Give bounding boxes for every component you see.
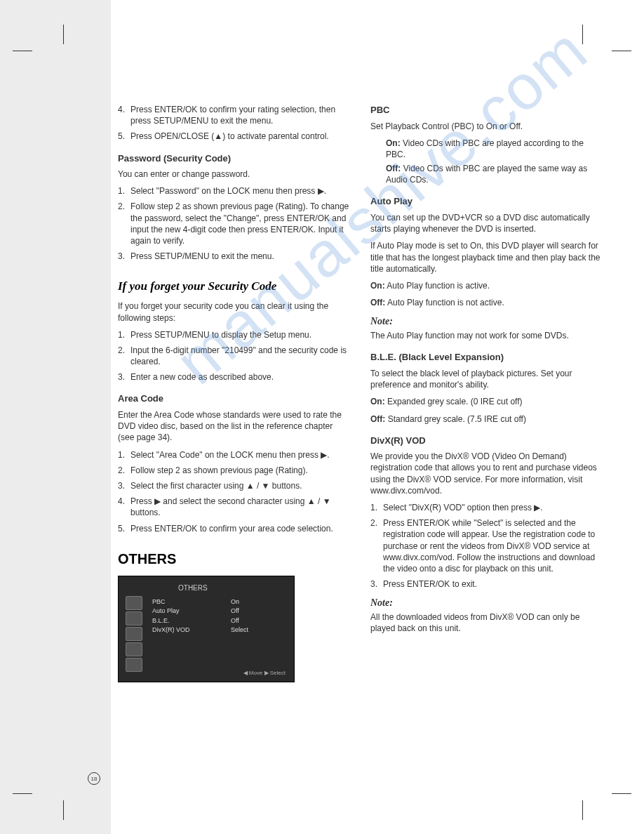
list-item: 3.Press SETUP/MENU to exit the menu. [118, 251, 349, 262]
list-item: 2.Input the 6-digit number "210499" and … [118, 345, 349, 367]
menu-tab-icon [126, 627, 142, 641]
list-item: 3.Select the first character using ▲ / ▼… [118, 480, 349, 491]
password-heading: Password (Security Code) [118, 152, 349, 165]
menu-value: Off [231, 616, 248, 626]
ble-off: Off: Standard grey scale. (7.5 IRE cut o… [370, 413, 602, 425]
list-item: 3.Press ENTER/OK to exit. [370, 578, 602, 590]
forget-heading: If you forget your Security Code [118, 279, 349, 295]
label: On: [370, 397, 385, 406]
right-column: PBC Set Playback Control (PBC) to On or … [370, 104, 602, 682]
step-text: Follow step 2 as shown previous page (Ra… [130, 201, 349, 246]
autoplay-heading: Auto Play [370, 195, 602, 208]
password-steps: 1.Select "Password" on the LOCK menu the… [118, 185, 349, 262]
ble-on: On: Expanded grey scale. (0 IRE cut off) [370, 396, 602, 407]
step-text: Press ENTER/OK to confirm your rating se… [130, 104, 349, 126]
list-item: 1.Press SETUP/MENU to display the Setup … [118, 329, 349, 340]
forget-intro: If you forget your security code you can… [118, 300, 349, 323]
divx-steps: 1.Select "DivX(R) VOD" option then press… [370, 502, 602, 590]
crop-mark [13, 51, 32, 51]
menu-tab-icon [126, 611, 142, 626]
label: Off: [370, 298, 385, 307]
list-item: 4.Press ▶ and select the second characte… [118, 496, 349, 518]
menu-item: DivX(R) VOD [152, 626, 190, 635]
step-text: Press ENTER/OK while "Select" is selecte… [383, 517, 602, 574]
step-text: Select the first character using ▲ / ▼ b… [130, 480, 302, 491]
menu-tabs [126, 596, 142, 673]
list-item: 3.Enter a new code as described above. [118, 371, 349, 383]
note-text: All the downloaded videos from DivX® VOD… [370, 611, 602, 634]
step-text: Follow step 2 as shown previous page (Ra… [130, 465, 308, 476]
autoplay-p2: If Auto Play mode is set to On, this DVD… [370, 240, 602, 274]
step-text: Input the 6-digit number "210499" and th… [130, 345, 349, 367]
label: On: [370, 281, 385, 291]
list-item: 5.Press ENTER/OK to confirm your area co… [118, 523, 349, 534]
step-text: Select "DivX(R) VOD" option then press ▶… [383, 502, 543, 513]
crop-mark [582, 25, 583, 44]
menu-item-labels: PBC Auto Play B.L.E. DivX(R) VOD [152, 597, 190, 635]
others-heading: OTHERS [118, 550, 349, 569]
password-intro: You can enter or change password. [118, 168, 349, 180]
menu-item: Auto Play [152, 607, 190, 616]
menu-tab-icon [126, 596, 142, 610]
step-text: Press ENTER/OK to exit. [383, 578, 477, 590]
desc: Video CDs with PBC are played according … [386, 138, 584, 159]
menu-footer-hint: ◀ Move ▶ Select [243, 670, 286, 677]
desc: Standard grey scale. (7.5 IRE cut off) [388, 414, 526, 424]
step-text: Press OPEN/CLOSE (▲) to activate parenta… [130, 131, 329, 142]
desc: Expanded grey scale. (0 IRE cut off) [387, 397, 523, 406]
menu-value: Select [231, 626, 248, 635]
note-text: The Auto Play function may not work for … [370, 330, 602, 341]
page-number: 18 [88, 772, 100, 785]
label: On: [386, 138, 401, 148]
area-intro: Enter the Area Code whose standards were… [118, 409, 349, 444]
desc: Auto Play function is active. [387, 281, 490, 291]
autoplay-p1: You can set up the DVD+VCR so a DVD disc… [370, 212, 602, 234]
list-item: 1.Select "Area Code" on the LOCK menu th… [118, 449, 349, 461]
crop-mark [13, 793, 32, 794]
menu-tab-icon [126, 642, 142, 656]
crop-mark [63, 800, 64, 820]
autoplay-on: On: Auto Play function is active. [370, 280, 602, 291]
note-heading: Note: [370, 597, 602, 610]
list-item: 2.Follow step 2 as shown previous page (… [118, 201, 349, 246]
note-heading: Note: [370, 315, 602, 329]
menu-item: PBC [152, 597, 190, 607]
pbc-intro: Set Playback Control (PBC) to On or Off. [370, 121, 602, 132]
osd-menu-screenshot: OTHERS PBC Auto Play B.L.E. DivX(R) VOD … [118, 576, 295, 682]
menu-value: On [231, 597, 248, 607]
desc: Auto Play function is not active. [387, 298, 504, 307]
menu-item: B.L.E. [152, 616, 190, 626]
list-item: 1.Select "DivX(R) VOD" option then press… [370, 502, 602, 513]
area-steps: 1.Select "Area Code" on the LOCK menu th… [118, 449, 349, 534]
crop-mark [63, 25, 64, 44]
step-text: Select "Area Code" on the LOCK menu then… [130, 449, 330, 461]
forget-steps: 1.Press SETUP/MENU to display the Setup … [118, 329, 349, 383]
desc: Video CDs with PBC are played the same w… [386, 164, 587, 185]
list-item: 5.Press OPEN/CLOSE (▲) to activate paren… [118, 131, 349, 142]
manual-page: manualshive.com 4.Press ENTER/OK to conf… [0, 0, 644, 834]
left-column: 4.Press ENTER/OK to confirm your rating … [118, 104, 349, 682]
divx-intro: We provide you the DivX® VOD (Video On D… [370, 451, 602, 496]
step-text: Press SETUP/MENU to display the Setup me… [130, 329, 311, 340]
label: Off: [370, 414, 385, 424]
crop-mark [612, 793, 631, 794]
step-text: Press SETUP/MENU to exit the menu. [130, 251, 274, 262]
pbc-on: On: Video CDs with PBC are played accord… [386, 138, 602, 160]
ble-heading: B.L.E. (Black Level Expansion) [370, 351, 602, 364]
divx-heading: DivX(R) VOD [370, 435, 602, 447]
step-text: Press ▶ and select the second character … [130, 496, 349, 518]
menu-item-values: On Off Off Select [231, 597, 248, 635]
label: Off: [386, 164, 401, 173]
step-text: Press ENTER/OK to confirm your area code… [130, 523, 333, 534]
menu-value: Off [231, 607, 248, 616]
page-content: 4.Press ENTER/OK to confirm your rating … [118, 104, 602, 682]
pbc-heading: PBC [370, 104, 602, 117]
step-text: Enter a new code as described above. [130, 371, 274, 383]
menu-title: OTHERS [178, 583, 208, 593]
crop-mark [612, 51, 631, 51]
list-item: 1.Select "Password" on the LOCK menu the… [118, 185, 349, 197]
pbc-off: Off: Video CDs with PBC are played the s… [386, 163, 602, 185]
rating-continued-steps: 4.Press ENTER/OK to confirm your rating … [118, 104, 349, 143]
list-item: 2.Follow step 2 as shown previous page (… [118, 465, 349, 476]
area-heading: Area Code [118, 392, 349, 405]
